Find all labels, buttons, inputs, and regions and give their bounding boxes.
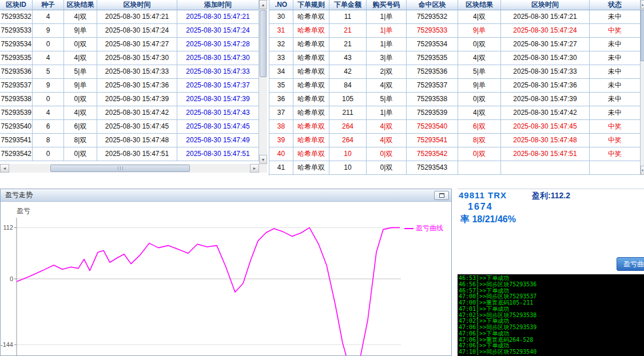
cell-add-time: 2025-08-30 15:47:51 bbox=[177, 147, 259, 161]
cell-block-result: 4|双 bbox=[458, 51, 501, 65]
profit-curve-button[interactable]: 盈亏曲线 bbox=[617, 257, 644, 271]
column-header-hit-block[interactable]: 命中区块 bbox=[407, 0, 458, 10]
cell-block-result: 0|双 bbox=[458, 38, 501, 51]
cell-block-result: 9|单 bbox=[64, 24, 97, 38]
cell-block-time: 2025-08-30 15:47:36 bbox=[501, 79, 590, 93]
column-header-buy-number[interactable]: 购买号码 bbox=[367, 0, 407, 10]
cell-block-time: 2025-08-30 15:47:42 bbox=[501, 106, 590, 120]
cell-order-amount: 264 bbox=[329, 120, 367, 134]
blocks-vscrollbar-thumb[interactable] bbox=[260, 10, 267, 77]
cell-order-rule: 哈希单双 bbox=[293, 10, 329, 24]
blocks-hscrollbar-thumb[interactable] bbox=[50, 165, 190, 172]
log-line: 47:01]>>下单成功 bbox=[459, 306, 644, 313]
cell-block-time: 2025-08-30 15:47:48 bbox=[97, 134, 177, 147]
scroll-left-arrow-icon[interactable]: ◄ bbox=[0, 164, 9, 173]
cell-block-result: 0|双 bbox=[458, 147, 501, 161]
cell-hit-block: 75293540 bbox=[407, 120, 458, 134]
profit-line-chart: 1120-144 bbox=[1, 202, 451, 355]
cell-block-time: 2025-08-30 15:47:30 bbox=[501, 51, 590, 65]
cell-block-result: 8|双 bbox=[458, 134, 501, 147]
block-row[interactable]: 7529353799|单2025-08-30 15:47:362025-08-3… bbox=[0, 79, 267, 93]
cell-block-time: 2025-08-30 15:47:42 bbox=[97, 106, 177, 120]
log-console[interactable]: 46:53]>>下单成功46:56]>>同步区块7529353646:57]>>… bbox=[458, 274, 644, 356]
block-row[interactable]: 7529353800|双2025-08-30 15:47:392025-08-3… bbox=[0, 93, 267, 106]
cell-add-time: 2025-08-30 15:47:24 bbox=[177, 24, 259, 38]
cell-status: 未中 bbox=[590, 10, 641, 24]
order-row[interactable]: 30哈希单双111|单752935324|双2025-08-30 15:47:2… bbox=[269, 10, 644, 24]
orders-vscrollbar-thumb[interactable] bbox=[641, 10, 644, 61]
order-row[interactable]: 37哈希单双2111|单752935394|双2025-08-30 15:47:… bbox=[269, 106, 644, 120]
order-row[interactable]: 32哈希单双211|单752935340|双2025-08-30 15:47:2… bbox=[269, 38, 644, 51]
scroll-up-arrow-icon[interactable]: ▲ bbox=[641, 0, 644, 9]
cell-hit-block: 75293538 bbox=[407, 93, 458, 106]
cell-buy-number: 1|单 bbox=[367, 24, 407, 38]
column-header-no[interactable]: .NO bbox=[269, 0, 293, 10]
cell-add-time: 2025-08-30 15:47:49 bbox=[177, 134, 259, 147]
cell-hit-block: 75293533 bbox=[407, 24, 458, 38]
block-row[interactable]: 7529353944|双2025-08-30 15:47:422025-08-3… bbox=[0, 106, 267, 120]
chart-window-titlebar[interactable]: 盈亏走势 bbox=[1, 189, 451, 202]
column-header-block-result[interactable]: 区块结果 bbox=[458, 0, 501, 10]
scroll-up-arrow-icon[interactable]: ▲ bbox=[259, 0, 267, 9]
cell-seed: 9 bbox=[33, 24, 64, 38]
cell-block-result: 6|双 bbox=[458, 120, 501, 134]
column-header-block-id[interactable]: 区块ID bbox=[0, 0, 33, 10]
order-row[interactable]: 34哈希单双422|双752935365|单2025-08-30 15:47:3… bbox=[269, 65, 644, 79]
block-row[interactable]: 7529354200|双2025-08-30 15:47:512025-08-3… bbox=[0, 147, 267, 161]
block-row[interactable]: 7529353544|双2025-08-30 15:47:302025-08-3… bbox=[0, 51, 267, 65]
block-row[interactable]: 7529353655|单2025-08-30 15:47:332025-08-3… bbox=[0, 65, 267, 79]
cell-block-id: 75293537 bbox=[0, 79, 33, 93]
scroll-down-arrow-icon[interactable]: ▼ bbox=[259, 155, 267, 164]
order-row[interactable]: 39哈希单双2644|双752935418|双2025-08-30 15:47:… bbox=[269, 134, 644, 147]
cell-status: 未中 bbox=[590, 38, 641, 51]
order-row[interactable]: 40哈希单双100|双752935420|双2025-08-30 15:47:5… bbox=[269, 147, 644, 161]
cell-buy-number: 3|单 bbox=[367, 51, 407, 65]
column-header-block-time[interactable]: 区块时间 bbox=[97, 0, 177, 10]
cell-order-rule: 哈希单双 bbox=[293, 120, 329, 134]
cell-block-id: 75293540 bbox=[0, 120, 33, 134]
scroll-down-arrow-icon[interactable]: ▼ bbox=[641, 166, 644, 175]
column-header-status[interactable]: 状态 bbox=[590, 0, 641, 10]
order-row[interactable]: 31哈希单双211|单752935339|单2025-08-30 15:47:2… bbox=[269, 24, 644, 38]
cell-block-result: 9|单 bbox=[458, 24, 501, 38]
cell-block-time: 2025-08-30 15:47:39 bbox=[501, 93, 590, 106]
cell-no: 41 bbox=[269, 161, 293, 175]
log-line: 46:56]>>同步区块75293536 bbox=[459, 282, 644, 288]
cell-status: 未中 bbox=[590, 79, 641, 93]
block-row[interactable]: 7529353400|双2025-08-30 15:47:272025-08-3… bbox=[0, 38, 267, 51]
cell-buy-number: 4|双 bbox=[367, 120, 407, 134]
cell-buy-number: 4|双 bbox=[367, 134, 407, 147]
cell-seed: 9 bbox=[33, 79, 64, 93]
cell-order-amount: 21 bbox=[329, 38, 367, 51]
scroll-right-arrow-icon[interactable]: ► bbox=[250, 164, 259, 173]
cell-seed: 8 bbox=[33, 134, 64, 147]
profit-text: 盈利:112.2 bbox=[532, 191, 570, 201]
blocks-table-hscrollbar[interactable]: ◄ ► bbox=[0, 164, 259, 173]
block-row[interactable]: 7529353244|双2025-08-30 15:47:212025-08-3… bbox=[0, 10, 267, 24]
column-header-block-result[interactable]: 区块结果 bbox=[64, 0, 97, 10]
order-row[interactable]: 36哈希单双1055|单752935380|双2025-08-30 15:47:… bbox=[269, 93, 644, 106]
cell-block-time: 2025-08-30 15:47:45 bbox=[97, 120, 177, 134]
maximize-button[interactable] bbox=[434, 191, 449, 200]
order-row[interactable]: 38哈希单双2644|双752935406|双2025-08-30 15:47:… bbox=[269, 120, 644, 134]
column-header-add-time[interactable]: 添加时间 bbox=[177, 0, 259, 10]
cell-block-result: 4|双 bbox=[458, 106, 501, 120]
cell-order-rule: 哈希单双 bbox=[293, 106, 329, 120]
column-header-block-time[interactable]: 区块时间 bbox=[501, 0, 590, 10]
block-row[interactable]: 7529354066|双2025-08-30 15:47:452025-08-3… bbox=[0, 120, 267, 134]
block-row[interactable]: 7529354188|双2025-08-30 15:47:482025-08-3… bbox=[0, 134, 267, 147]
cell-order-amount: 105 bbox=[329, 93, 367, 106]
block-row[interactable]: 7529353399|单2025-08-30 15:47:242025-08-3… bbox=[0, 24, 267, 38]
orders-table-header: .NO下单规则下单金额购买号码命中区块区块结果区块时间状态 bbox=[269, 0, 644, 10]
blocks-table-vscrollbar[interactable]: ▲ ▼ bbox=[259, 0, 267, 164]
order-row[interactable]: 33哈希单双433|单752935354|双2025-08-30 15:47:3… bbox=[269, 51, 644, 65]
order-row[interactable]: 35哈希单双844|双752935379|单2025-08-30 15:47:3… bbox=[269, 79, 644, 93]
cell-block-time: 2025-08-30 15:47:45 bbox=[501, 120, 590, 134]
column-header-seed[interactable]: 种子 bbox=[33, 0, 64, 10]
cell-block-id: 75293533 bbox=[0, 24, 33, 38]
order-row[interactable]: 41哈希单双100|双75293543 bbox=[269, 161, 644, 175]
orders-table-vscrollbar[interactable]: ▲ ▼ bbox=[641, 0, 644, 175]
column-header-order-rule[interactable]: 下单规则 bbox=[293, 0, 329, 10]
cell-block-result: 5|单 bbox=[64, 65, 97, 79]
column-header-order-amount[interactable]: 下单金额 bbox=[329, 0, 367, 10]
